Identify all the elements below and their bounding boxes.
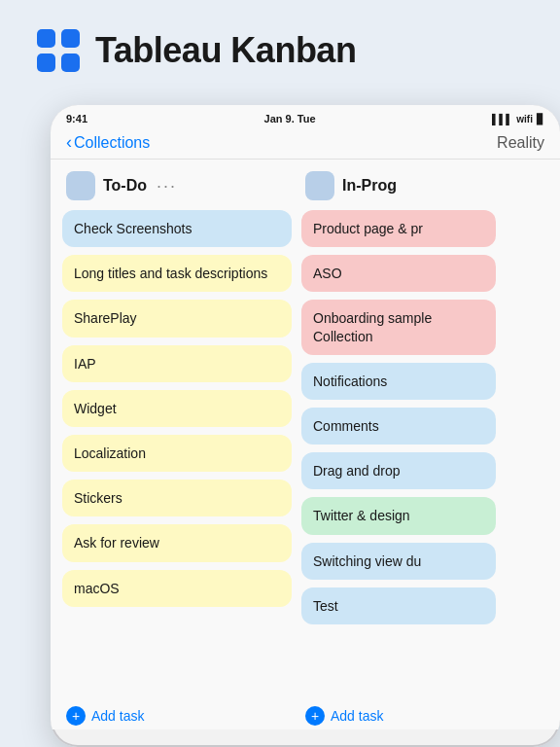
add-task-inprogress[interactable]: + Add task — [301, 698, 496, 729]
app-header: Tableau Kanban — [0, 0, 560, 93]
column-todo-cards: Check Screenshots Long titles and task d… — [62, 210, 292, 698]
list-item[interactable]: Product page & pr — [301, 210, 496, 247]
app-logo-icon — [35, 27, 82, 74]
column-todo-menu[interactable]: ··· — [157, 176, 177, 196]
add-task-label: Add task — [331, 708, 383, 724]
app-title: Tableau Kanban — [95, 30, 356, 71]
add-task-label: Add task — [91, 708, 144, 724]
column-inprogress: In-Prog Product page & pr ASO Onboarding… — [301, 171, 496, 729]
list-item[interactable]: Stickers — [62, 480, 292, 516]
column-todo-header: To-Do ··· — [62, 171, 292, 200]
list-item[interactable]: Drag and drop — [301, 452, 496, 489]
status-bar: 9:41 Jan 9. Tue ▌▌▌ wifi ▊ — [51, 105, 560, 128]
list-item[interactable]: Localization — [62, 435, 292, 472]
list-item[interactable]: ASO — [301, 255, 496, 292]
list-item[interactable]: Comments — [301, 408, 496, 445]
column-inprogress-cards: Product page & pr ASO Onboarding sample … — [301, 210, 496, 698]
list-item[interactable]: SharePlay — [62, 300, 292, 337]
column-inprogress-header: In-Prog — [301, 171, 496, 200]
add-task-todo[interactable]: + Add task — [62, 698, 292, 729]
list-item[interactable]: Test — [301, 587, 496, 624]
kanban-board: To-Do ··· Check Screenshots Long titles … — [51, 160, 560, 729]
status-date: Jan 9. Tue — [264, 113, 316, 124]
battery-icon: ▊ — [537, 114, 544, 124]
list-item[interactable]: Widget — [62, 390, 292, 427]
column-inprogress-icon — [305, 171, 334, 200]
list-item[interactable]: Check Screenshots — [62, 210, 292, 247]
list-item[interactable]: Notifications — [301, 363, 496, 400]
nav-current-title: Reality — [497, 134, 544, 152]
status-time: 9:41 — [66, 113, 88, 124]
column-todo-title: To-Do — [103, 177, 147, 195]
list-item[interactable]: Twitter & design — [301, 497, 496, 534]
list-item[interactable]: macOS — [62, 570, 292, 607]
svg-rect-3 — [61, 53, 80, 72]
svg-rect-1 — [61, 29, 80, 48]
nav-bar: ‹ Collections Reality — [51, 128, 560, 160]
svg-rect-2 — [37, 53, 55, 72]
list-item[interactable]: Ask for review — [62, 524, 292, 561]
back-label: Collections — [74, 134, 150, 152]
back-button[interactable]: ‹ Collections — [66, 132, 150, 153]
list-item[interactable]: Long titles and task descriptions — [62, 255, 292, 292]
column-inprogress-title: In-Prog — [342, 177, 397, 195]
list-item[interactable]: Switching view du — [301, 543, 496, 580]
ipad-frame: 9:41 Jan 9. Tue ▌▌▌ wifi ▊ ‹ Collections… — [51, 105, 560, 747]
list-item[interactable]: Onboarding sample Collection — [301, 300, 496, 354]
signal-icon: ▌▌▌ — [492, 114, 512, 124]
add-task-icon: + — [305, 706, 325, 726]
add-task-icon: + — [66, 706, 86, 726]
status-icons: ▌▌▌ wifi ▊ — [492, 114, 544, 124]
svg-rect-0 — [37, 29, 55, 48]
wifi-icon: wifi — [516, 114, 533, 124]
back-chevron-icon: ‹ — [66, 132, 72, 153]
column-todo: To-Do ··· Check Screenshots Long titles … — [62, 171, 292, 729]
column-todo-icon — [66, 171, 95, 200]
list-item[interactable]: IAP — [62, 345, 292, 382]
